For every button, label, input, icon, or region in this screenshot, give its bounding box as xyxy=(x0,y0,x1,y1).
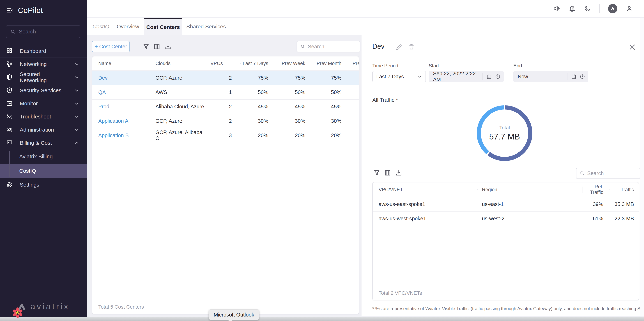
download-icon[interactable] xyxy=(394,169,403,177)
sidebar-nav: Dashboard Networking xyxy=(0,44,86,191)
cell-vpcs: 2 xyxy=(205,75,240,81)
nav-label: Monitor xyxy=(20,100,38,106)
cell-prev-month: 75% xyxy=(314,75,350,81)
cost-center-link[interactable]: QA xyxy=(92,89,150,95)
cost-centers-search[interactable] xyxy=(297,41,360,52)
col-prev[interactable]: Prev xyxy=(350,61,359,66)
notifications-bell-icon[interactable] xyxy=(568,5,576,12)
table-row-qa[interactable]: QA AWS 1 50% 50% 50% xyxy=(92,85,359,99)
add-cost-center-button[interactable]: + Cost Center xyxy=(92,41,130,52)
dark-mode-moon-icon[interactable] xyxy=(584,5,591,12)
sidebar-collapse-icon[interactable] xyxy=(6,7,13,14)
monitor-icon xyxy=(6,100,12,107)
table-row-us-east[interactable]: aws-us-east-spoke1 us-east-1 39% 35.3 MB xyxy=(373,197,638,211)
toolbar-divider xyxy=(135,39,135,52)
sidebar-item-administration[interactable]: Administration xyxy=(0,123,86,136)
cost-center-link[interactable]: Application B xyxy=(92,132,150,138)
nav-label: CostIQ xyxy=(19,168,36,174)
vpc-search-input[interactable] xyxy=(587,170,632,176)
header-divider xyxy=(600,4,600,13)
sidebar-search-input[interactable] xyxy=(19,28,73,35)
nav-label: Billing & Cost xyxy=(20,140,52,146)
cell-region: us-west-2 xyxy=(478,216,582,222)
tab-shared-services[interactable]: Shared Services xyxy=(184,18,228,35)
col-prev-month[interactable]: Prev Month xyxy=(314,61,350,66)
cell-rel-traffic: 61% xyxy=(582,216,610,222)
delete-trash-icon[interactable] xyxy=(408,43,416,51)
sidebar-item-costiq[interactable]: CostIQ xyxy=(0,164,86,178)
col-vpcs[interactable]: VPCs xyxy=(205,61,240,66)
start-value: Sep 22, 2022 2:22 AM xyxy=(433,71,482,82)
start-datetime-field[interactable]: Sep 22, 2022 2:22 AM xyxy=(429,71,504,82)
vpc-search[interactable] xyxy=(576,168,640,179)
columns-icon[interactable] xyxy=(384,169,392,177)
edit-pencil-icon[interactable] xyxy=(396,43,404,51)
sidebar-item-networking[interactable]: Networking xyxy=(0,58,86,71)
os-taskbar[interactable] xyxy=(0,317,644,321)
aviatrix-badge-icon[interactable] xyxy=(608,4,618,13)
people-icon xyxy=(6,126,12,133)
sidebar-item-settings[interactable]: Settings xyxy=(0,178,86,191)
announcements-icon[interactable] xyxy=(553,5,560,12)
sidebar-item-security-services[interactable]: Security Services xyxy=(0,84,86,97)
cost-center-link[interactable]: Prod xyxy=(92,104,150,110)
cost-centers-table: Name Clouds VPCs Last 7 Days Prev Week P… xyxy=(92,56,359,314)
gear-icon xyxy=(6,182,12,188)
sidebar-search[interactable] xyxy=(6,25,80,38)
clock-icon[interactable] xyxy=(580,74,585,79)
col-region[interactable]: Region xyxy=(478,187,582,192)
download-icon[interactable] xyxy=(164,42,172,51)
end-datetime-field[interactable]: Now xyxy=(513,71,588,82)
chevron-down-icon xyxy=(74,62,80,67)
table-row-application-a[interactable]: Application A GCP, Azure 2 30% 30% 30% xyxy=(92,114,359,128)
clock-icon[interactable] xyxy=(495,74,500,79)
cell-prev-week: 30% xyxy=(277,118,314,124)
col-last-7-days[interactable]: Last 7 Days xyxy=(240,61,277,66)
filter-icon[interactable] xyxy=(373,169,381,177)
table-row-application-b[interactable]: Application B GCP, Azure, Alibaba C 3 20… xyxy=(92,128,359,142)
table-row-dev[interactable]: Dev GCP, Azure 2 75% 75% 75% xyxy=(92,70,359,85)
cost-center-link[interactable]: Dev xyxy=(92,75,150,81)
sidebar-item-monitor[interactable]: Monitor xyxy=(0,97,86,110)
calendar-icon[interactable] xyxy=(486,74,492,79)
top-header xyxy=(86,0,644,18)
table-row-us-west[interactable]: aws-us-west-spoke1 us-west-2 61% 22.3 MB xyxy=(373,211,638,226)
nav-label: Dashboard xyxy=(20,48,46,54)
sidebar-item-aviatrix-billing[interactable]: Aviatrix Billing xyxy=(0,149,86,164)
cost-centers-search-input[interactable] xyxy=(308,44,353,50)
networking-icon xyxy=(6,61,12,68)
time-period-value: Last 7 Days xyxy=(376,74,404,80)
table-row-prod[interactable]: Prod Alibaba Cloud, Azure 2 45% 45% 45% xyxy=(92,99,359,114)
col-clouds[interactable]: Clouds xyxy=(150,61,205,66)
col-prev-week[interactable]: Prev Week xyxy=(277,61,314,66)
col-name[interactable]: Name xyxy=(92,61,150,66)
sidebar-item-troubleshoot[interactable]: Troubleshoot xyxy=(0,110,86,123)
module-label: CostIQ xyxy=(92,18,109,35)
time-period-select[interactable]: Last 7 Days xyxy=(372,71,426,82)
col-vpc-vnet[interactable]: VPC/VNET xyxy=(373,187,478,192)
donut-center: Total 57.7 MB xyxy=(481,110,528,157)
tab-overview[interactable]: Overview xyxy=(114,18,142,35)
cell-last7: 45% xyxy=(240,104,277,110)
cost-center-link[interactable]: Application A xyxy=(92,118,150,124)
cell-prev-month: 20% xyxy=(314,132,350,138)
calendar-icon[interactable] xyxy=(571,74,576,79)
cell-last7: 30% xyxy=(240,118,277,124)
scrollbar-track[interactable] xyxy=(640,18,644,316)
sidebar-item-billing-cost[interactable]: Billing & Cost xyxy=(0,136,86,149)
col-rel-traffic[interactable]: Rel. Traffic xyxy=(582,184,610,195)
recorder-flower-icon xyxy=(12,307,23,318)
search-icon xyxy=(580,171,585,176)
profile-icon[interactable] xyxy=(626,5,633,12)
close-icon[interactable] xyxy=(628,43,636,51)
cell-prev-week: 45% xyxy=(277,104,314,110)
cell-prev-week: 20% xyxy=(277,132,314,138)
col-traffic[interactable]: Traffic xyxy=(610,187,638,192)
columns-icon[interactable] xyxy=(153,42,161,51)
shield-plus-icon xyxy=(6,87,12,94)
tab-cost-centers[interactable]: Cost Centers xyxy=(144,18,182,35)
sidebar-item-secured-networking[interactable]: Secured Networking xyxy=(0,71,86,84)
sidebar-item-dashboard[interactable]: Dashboard xyxy=(0,44,86,58)
nav-label: Troubleshoot xyxy=(20,114,51,120)
filter-icon[interactable] xyxy=(142,42,150,51)
